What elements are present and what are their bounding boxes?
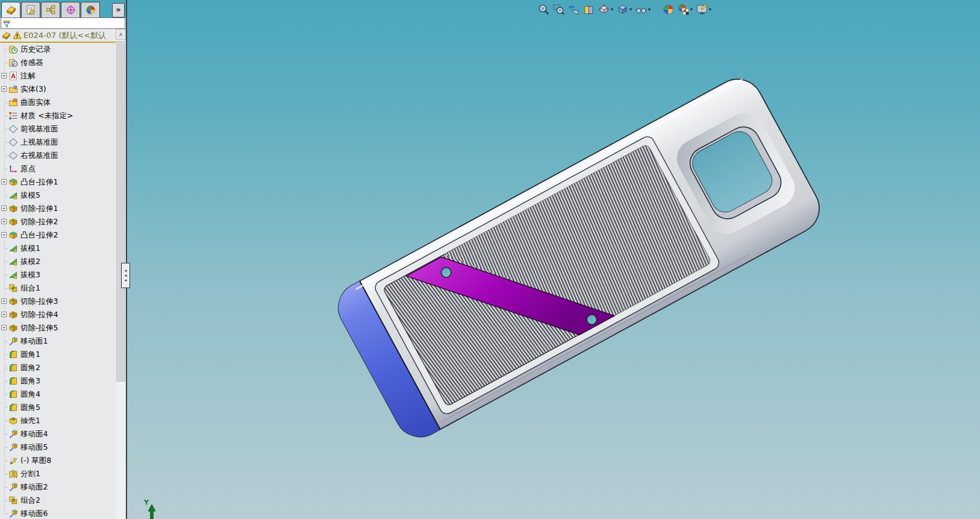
hud-apply-scene-button[interactable]: ▾: [676, 2, 694, 16]
expand-toggle[interactable]: +: [1, 298, 7, 304]
expand-toggle[interactable]: +: [1, 206, 7, 211]
fillet-icon: [8, 403, 18, 412]
splitter-arrow-icon: ◂: [125, 269, 127, 272]
tree-item[interactable]: 材质 <未指定>: [0, 109, 116, 122]
hud-display-style-button[interactable]: ▾: [616, 2, 633, 16]
cad-model[interactable]: [325, 68, 829, 450]
tree-item[interactable]: 右视基准面: [0, 149, 116, 162]
tree-item-label: 拔模2: [20, 257, 40, 267]
dropdown-caret-icon[interactable]: ▾: [709, 7, 711, 12]
expand-toggle[interactable]: +: [1, 232, 7, 237]
split-icon: [8, 469, 18, 479]
expand-toggle[interactable]: +: [1, 312, 7, 317]
tree-item[interactable]: 分割1: [0, 467, 116, 480]
model-canvas: [127, 0, 980, 519]
tree-item[interactable]: 拔模5: [0, 189, 116, 202]
dropdown-caret-icon[interactable]: ▾: [611, 7, 613, 12]
tree-root-item[interactable]: E024-07 (默认<<默认: [0, 29, 116, 42]
tab-displaymanager[interactable]: [81, 2, 100, 17]
tab-featuremanager[interactable]: [1, 2, 20, 17]
dropdown-caret-icon[interactable]: ▾: [690, 7, 693, 12]
tree-item[interactable]: 圆角2: [0, 361, 116, 374]
tree-item[interactable]: 拔模1: [0, 242, 116, 255]
shell-icon: [8, 416, 18, 426]
scrollbar-thumb[interactable]: [116, 41, 125, 382]
tree-item[interactable]: 移动面1: [0, 335, 116, 348]
tree-item[interactable]: 曲面实体: [0, 96, 116, 109]
tree-item[interactable]: +切除-拉伸2: [0, 215, 116, 228]
tree-item[interactable]: 上视基准面: [0, 136, 116, 149]
tree-item[interactable]: 传感器: [0, 56, 116, 69]
tree-item[interactable]: 组合1: [0, 282, 116, 295]
triad-y-label: Y: [143, 499, 149, 506]
filter-funnel-icon: [2, 19, 11, 28]
boss-extrude-icon: [8, 177, 18, 187]
panel-splitter-handle[interactable]: ◂ ◂ ◂: [121, 263, 130, 288]
tree-item[interactable]: (-) 草图8: [0, 454, 116, 467]
dropdown-caret-icon[interactable]: ▾: [629, 7, 632, 12]
warning-icon: [13, 31, 22, 40]
tree-item[interactable]: 原点: [0, 162, 116, 175]
tab-dimxpertmanager[interactable]: [61, 2, 80, 17]
expand-toggle[interactable]: +: [1, 325, 7, 330]
expand-toggle[interactable]: +: [1, 86, 7, 92]
dropdown-caret-icon[interactable]: ▾: [648, 7, 651, 12]
expand-toggle[interactable]: +: [1, 219, 7, 224]
zoom-to-area-icon: [553, 4, 564, 15]
boss-extrude-icon: [8, 230, 18, 240]
hud-edit-appearance-button[interactable]: [661, 2, 675, 16]
tree-item[interactable]: +A注解: [0, 69, 116, 83]
move-face-icon: [8, 509, 18, 518]
expand-toggle[interactable]: +: [1, 73, 7, 78]
tree-item-label: 拔模1: [20, 244, 40, 254]
tree-item[interactable]: 拔模3: [0, 268, 116, 282]
tree-item[interactable]: 移动面5: [0, 441, 116, 454]
tree-item-label: 材质 <未指定>: [20, 111, 73, 121]
tree-item[interactable]: 历史记录: [0, 43, 116, 56]
tree-item-label: 圆角3: [20, 376, 40, 386]
tree-item-label: 切除-拉伸5: [20, 323, 58, 333]
hud-section-view-button[interactable]: [582, 2, 596, 16]
hud-zoom-to-area-button[interactable]: [552, 2, 566, 16]
tree-item-label: 拔模3: [20, 270, 40, 280]
draft-icon: [8, 244, 18, 253]
splitter-arrow-icon: ◂: [125, 279, 127, 282]
expand-toggle[interactable]: +: [1, 179, 7, 184]
tree-item[interactable]: 圆角5: [0, 401, 116, 414]
tree-item[interactable]: +凸台-拉伸2: [0, 228, 116, 242]
tree-item[interactable]: 移动面4: [0, 427, 116, 441]
scroll-up-button[interactable]: ∧: [116, 29, 126, 40]
tree-item[interactable]: +实体(3): [0, 83, 116, 96]
tree-item[interactable]: 前视基准面: [0, 122, 116, 136]
filter-input[interactable]: [11, 19, 125, 28]
tree-item[interactable]: 圆角4: [0, 388, 116, 401]
hud-hide-show-items-button[interactable]: ▾: [634, 2, 652, 16]
tree-item[interactable]: +切除-拉伸1: [0, 202, 116, 215]
tree-item[interactable]: 抽壳1: [0, 414, 116, 427]
tree-item[interactable]: 组合2: [0, 494, 116, 507]
tree-item[interactable]: 移动面6: [0, 507, 116, 519]
tree-item-label: 移动面1: [20, 336, 48, 347]
hud-view-settings-button[interactable]: ▾: [695, 2, 713, 16]
hud-previous-view-button[interactable]: [567, 2, 581, 16]
tree-item[interactable]: 拔模2: [0, 255, 116, 268]
hud-zoom-to-fit-button[interactable]: [537, 2, 551, 16]
tree-item[interactable]: +切除-拉伸4: [0, 308, 116, 321]
tree-item-label: 上视基准面: [20, 137, 58, 148]
tab-propertymanager[interactable]: [21, 2, 40, 17]
hud-view-orientation-button[interactable]: ▾: [597, 2, 614, 16]
graphics-viewport[interactable]: ▾▾▾▾▾: [127, 0, 980, 519]
tree-item[interactable]: +切除-拉伸3: [0, 295, 116, 308]
tree-item[interactable]: +切除-拉伸5: [0, 321, 116, 335]
tree-item-label: 组合2: [20, 495, 40, 506]
tree-item-label: 右视基准面: [20, 151, 58, 161]
tree-item[interactable]: 圆角3: [0, 374, 116, 388]
tab-configurationmanager[interactable]: [41, 2, 60, 17]
move-face-icon: [8, 429, 18, 439]
tree-item-label: 圆角1: [20, 350, 40, 360]
tree-item[interactable]: 移动面2: [0, 480, 116, 494]
tree-item-label: 切除-拉伸3: [20, 297, 58, 307]
tree-item[interactable]: 圆角1: [0, 348, 116, 361]
tree-item[interactable]: +凸台-拉伸1: [0, 175, 116, 189]
tab-overflow-button[interactable]: »: [112, 3, 125, 17]
